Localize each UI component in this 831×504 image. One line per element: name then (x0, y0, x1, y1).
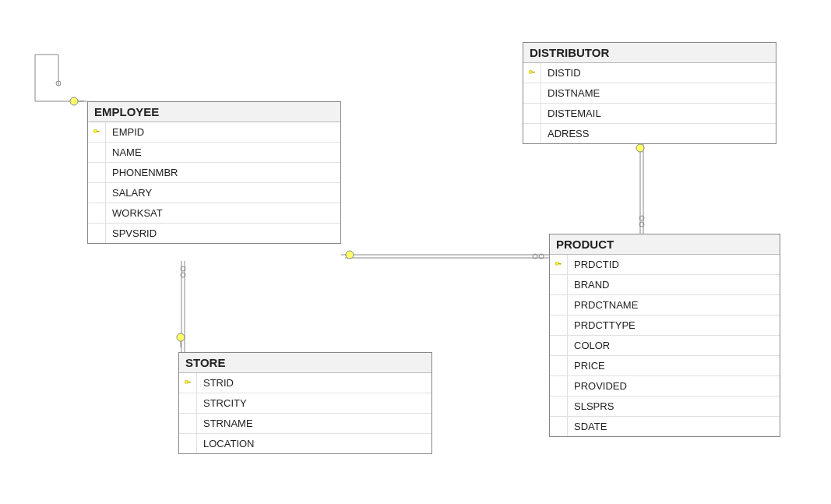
key-cell (88, 203, 106, 223)
column-name: PRICE (568, 360, 605, 372)
column-name: EMPID (106, 126, 144, 138)
key-cell (550, 376, 568, 396)
column-row[interactable]: PROVIDED (550, 376, 780, 397)
svg-point-5 (56, 81, 61, 86)
column-row[interactable]: EMPID (88, 122, 340, 143)
column-row[interactable]: ADRESS (523, 124, 776, 143)
key-cell (179, 393, 197, 413)
column-row[interactable]: DISTEMAIL (523, 104, 776, 124)
key-cell (550, 356, 568, 375)
column-row[interactable]: PHONENMBR (88, 163, 340, 183)
column-name: SLSPRS (568, 400, 614, 412)
key-cell (550, 336, 568, 355)
key-cell (179, 434, 197, 453)
svg-point-11 (181, 273, 185, 277)
key-cell (88, 163, 106, 182)
column-name: STRID (197, 377, 234, 389)
column-row[interactable]: PRDCTID (550, 255, 780, 275)
svg-point-12 (177, 333, 185, 341)
svg-point-16 (346, 251, 354, 259)
svg-rect-29 (97, 130, 98, 132)
column-name: PHONENMBR (106, 167, 178, 178)
column-name: STRNAME (197, 418, 253, 429)
table-distributor[interactable]: DISTRIBUTOR DISTIDDISTNAMEDISTEMAILADRES… (523, 42, 776, 144)
column-row[interactable]: PRDCTTYPE (550, 315, 780, 336)
svg-point-24 (639, 222, 644, 227)
column-name: DISTNAME (541, 87, 600, 99)
column-row[interactable]: LOCATION (179, 434, 431, 453)
key-cell (523, 83, 541, 103)
svg-point-22 (636, 144, 644, 152)
column-row[interactable]: SPVSRID (88, 224, 340, 243)
svg-point-19 (533, 254, 537, 259)
column-name: WORKSAT (106, 207, 163, 219)
column-row[interactable]: DISTNAME (523, 83, 776, 104)
column-row[interactable]: BRAND (550, 275, 780, 295)
svg-point-25 (639, 216, 644, 220)
column-name: DISTID (541, 67, 581, 79)
rel-employee-store (177, 261, 185, 352)
rel-distributor-product (636, 139, 644, 234)
table-title-distributor: DISTRIBUTOR (523, 43, 776, 63)
svg-rect-37 (188, 381, 189, 382)
table-store-columns: STRIDSTRCITYSTRNAMELOCATION (179, 373, 431, 453)
svg-rect-36 (190, 381, 191, 382)
key-cell (88, 183, 106, 203)
column-row[interactable]: COLOR (550, 336, 780, 356)
table-title-employee: EMPLOYEE (88, 102, 340, 122)
key-cell (523, 124, 541, 143)
column-row[interactable]: SLSPRS (550, 397, 780, 417)
column-name: LOCATION (197, 438, 255, 449)
svg-rect-28 (99, 130, 100, 132)
table-employee-columns: EMPIDNAMEPHONENMBRSALARYWORKSATSPVSRID (88, 122, 340, 243)
key-cell (179, 414, 197, 433)
column-name: STRCITY (197, 397, 247, 409)
table-title-store: STORE (179, 353, 431, 373)
column-row[interactable]: DISTID (523, 63, 776, 83)
column-name: SPVSRID (106, 227, 157, 239)
column-row[interactable]: WORKSAT (88, 203, 340, 224)
svg-rect-41 (559, 263, 560, 264)
column-name: SALARY (106, 187, 152, 199)
column-name: COLOR (568, 340, 610, 351)
column-name: SDATE (568, 421, 607, 432)
column-name: PRDCTNAME (568, 299, 638, 311)
column-name: ADRESS (541, 128, 589, 139)
key-cell (88, 122, 106, 142)
key-cell (88, 143, 106, 162)
svg-rect-33 (533, 71, 533, 72)
key-cell (88, 224, 106, 243)
rel-employee-product (341, 251, 549, 259)
column-row[interactable]: STRID (179, 373, 431, 393)
column-row[interactable]: STRNAME (179, 414, 431, 434)
table-store[interactable]: STORE STRIDSTRCITYSTRNAMELOCATION (178, 352, 432, 454)
primary-key-icon (555, 261, 562, 269)
key-cell (550, 397, 568, 416)
table-employee[interactable]: EMPLOYEE EMPIDNAMEPHONENMBRSALARYWORKSAT… (87, 101, 341, 244)
column-row[interactable]: PRDCTNAME (550, 295, 780, 315)
column-name: PRDCTID (568, 259, 619, 270)
key-cell (523, 63, 541, 83)
rel-employee-self (35, 55, 87, 105)
table-product[interactable]: PRODUCT PRDCTIDBRANDPRDCTNAMEPRDCTTYPECO… (549, 234, 780, 437)
svg-point-6 (70, 97, 78, 105)
table-title-product: PRODUCT (550, 234, 780, 255)
column-row[interactable]: NAME (88, 143, 340, 163)
svg-point-10 (181, 266, 185, 271)
key-cell (179, 373, 197, 393)
column-name: PROVIDED (568, 380, 627, 392)
svg-rect-32 (534, 71, 535, 72)
column-row[interactable]: SDATE (550, 417, 780, 436)
column-row[interactable]: STRCITY (179, 393, 431, 414)
key-cell (550, 275, 568, 294)
svg-point-18 (539, 254, 544, 259)
column-name: BRAND (568, 279, 610, 291)
svg-rect-40 (561, 263, 562, 264)
key-cell (523, 104, 541, 123)
column-row[interactable]: PRICE (550, 356, 780, 376)
key-cell (550, 417, 568, 436)
column-row[interactable]: SALARY (88, 183, 340, 203)
key-cell (550, 255, 568, 274)
key-cell (550, 315, 568, 335)
key-cell (550, 295, 568, 315)
